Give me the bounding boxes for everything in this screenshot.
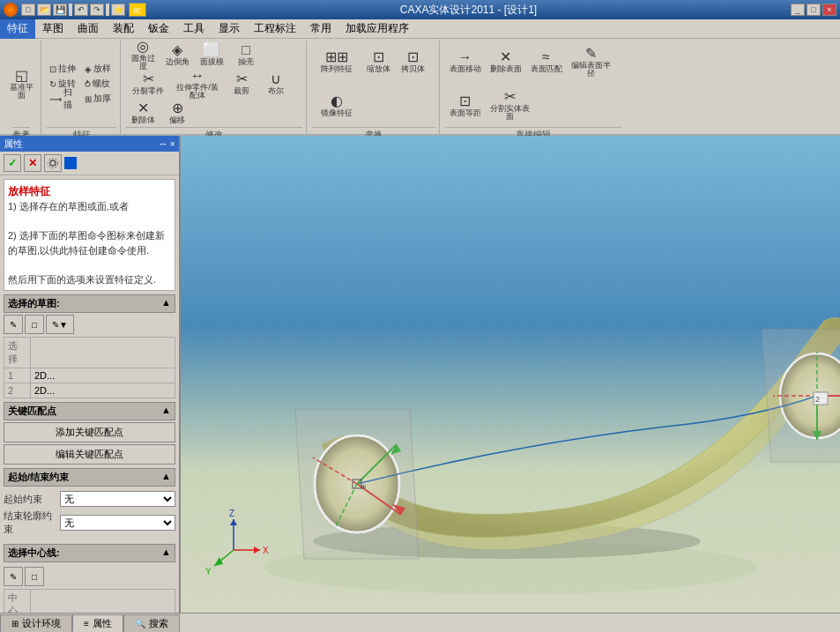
open-icon[interactable]: 📂 bbox=[37, 4, 51, 16]
shell-button[interactable]: □ 抽壳 bbox=[229, 41, 263, 69]
minimize-button[interactable]: _ bbox=[791, 4, 805, 16]
tE-label: tE bbox=[129, 3, 146, 17]
boolean-icon: ∪ bbox=[271, 72, 281, 86]
face-draft-icon: ⬜ bbox=[203, 43, 220, 57]
panel-title-bar: 属性 ↔ × bbox=[0, 136, 179, 152]
split-surface-icon: ✂ bbox=[504, 90, 516, 104]
delete-body-icon: ✕ bbox=[138, 101, 149, 115]
close-button[interactable]: × bbox=[822, 4, 836, 16]
window-controls[interactable]: _ □ × bbox=[791, 4, 836, 16]
offset-button[interactable]: ⊕ 偏移 bbox=[160, 99, 194, 127]
title-bar: □ 📂 💾 ↶ ↷ ⭐ tE CAXA实体设计2011 - [设计1] _ □ … bbox=[0, 0, 840, 19]
extrude-button[interactable]: ⊡拉伸 bbox=[47, 62, 81, 76]
menu-annotation[interactable]: 工程标注 bbox=[247, 19, 303, 39]
offset-surface-button[interactable]: ⊡ 表面等距 bbox=[445, 92, 485, 120]
constraint-title: 起始/结束约束 bbox=[8, 471, 69, 484]
sketch-dropdown-button[interactable]: ✎▼ bbox=[46, 315, 74, 334]
tab-search-label: 搜索 bbox=[149, 617, 168, 630]
menu-assembly[interactable]: 装配 bbox=[106, 19, 141, 39]
add-keymatch-button[interactable]: 添加关键匹配点 bbox=[4, 422, 175, 442]
panel-pin-icon[interactable]: ↔ bbox=[159, 138, 168, 149]
menu-common[interactable]: 常用 bbox=[303, 19, 338, 39]
constraint-collapse-icon: ▲ bbox=[161, 471, 171, 484]
keymatch-section-header[interactable]: 关键匹配点 ▲ bbox=[4, 402, 175, 420]
constraint-section-header[interactable]: 起始/结束约束 ▲ bbox=[4, 468, 175, 487]
star-icon[interactable]: ⭐ bbox=[111, 4, 125, 16]
delete-surface-icon: ✕ bbox=[500, 50, 511, 64]
menu-tools[interactable]: 工具 bbox=[176, 19, 212, 39]
menu-sheetmetal[interactable]: 钣金 bbox=[141, 19, 176, 39]
base-plane-button[interactable]: ◱ 基准平面 bbox=[5, 70, 37, 98]
sketch-row-1[interactable]: 1 2D... bbox=[4, 368, 175, 383]
menu-display[interactable]: 显示 bbox=[212, 19, 247, 39]
centerline-new-button[interactable]: □ bbox=[25, 567, 44, 586]
split-part-button[interactable]: ✂ 分裂零件 bbox=[126, 70, 170, 98]
edit-surface-button[interactable]: ✎ 编辑表面半径 bbox=[567, 48, 615, 76]
viewport[interactable]: ⊕ 2 Z bbox=[181, 136, 840, 613]
copy-button[interactable]: ⊡ 拷贝体 bbox=[396, 48, 429, 76]
sketch-collapse-icon: ▲ bbox=[161, 297, 171, 310]
toolbar-group-modify: ◎ 圆角过度 ◈ 边倒角 ⬜ 面拔模 □ 抽壳 ✂ 分裂零件 bbox=[123, 41, 307, 142]
end-constraint-select[interactable]: 无 bbox=[60, 515, 175, 531]
sketch-row-2[interactable]: 2 2D... bbox=[4, 383, 175, 398]
coord-system: Z X Y bbox=[205, 509, 269, 576]
title-bar-icons[interactable]: □ 📂 💾 ↶ ↷ ⭐ bbox=[21, 4, 125, 16]
fillet-button[interactable]: ◎ 圆角过度 bbox=[126, 41, 160, 69]
main-area: 属性 ↔ × ✓ ✕ 放样特征 1) 选择存在的草图或面,或者 bbox=[0, 136, 840, 613]
sketch-section-header[interactable]: 选择的草图: ▲ bbox=[4, 294, 175, 313]
undo-icon[interactable]: ↶ bbox=[74, 4, 88, 16]
left-sketch-plane bbox=[295, 409, 419, 559]
fillet-icon: ◎ bbox=[137, 40, 149, 54]
new-icon[interactable]: □ bbox=[21, 4, 35, 16]
centerline-label-row: 中心线 bbox=[4, 590, 175, 613]
boolean-button[interactable]: ∪ 布尔 bbox=[259, 70, 293, 98]
save-icon[interactable]: 💾 bbox=[53, 4, 67, 16]
z-label: Z bbox=[229, 509, 234, 518]
redo-icon[interactable]: ↷ bbox=[90, 4, 104, 16]
start-constraint-label: 起始约束 bbox=[4, 493, 56, 506]
desc-line-3: 然后用下面的选项来设置特征定义. bbox=[8, 272, 171, 287]
maximize-button[interactable]: □ bbox=[807, 4, 821, 16]
panel-close-icon[interactable]: × bbox=[170, 138, 175, 149]
move-surface-button[interactable]: → 表面移动 bbox=[445, 48, 485, 76]
delete-surface-button[interactable]: ✕ 删除表面 bbox=[486, 48, 525, 76]
face-draft-button[interactable]: ⬜ 面拔模 bbox=[195, 41, 228, 69]
sweep-button[interactable]: ⟿扫描 bbox=[47, 92, 81, 106]
match-surface-button[interactable]: ≈ 表面匹配 bbox=[526, 48, 566, 76]
chamfer-button[interactable]: ◈ 边倒角 bbox=[160, 41, 194, 69]
menu-plugins[interactable]: 加载应用程序 bbox=[338, 19, 416, 39]
edit-keymatch-button[interactable]: 编辑关键匹配点 bbox=[4, 444, 175, 465]
tab-properties-label: 属性 bbox=[93, 617, 112, 630]
menu-surface[interactable]: 曲面 bbox=[71, 19, 106, 39]
desc-line-1: 1) 选择存在的草图或面,或者 bbox=[8, 199, 171, 214]
centerline-section-header[interactable]: 选择中心线: ▲ bbox=[4, 544, 175, 562]
menu-bar: 特征 草图 曲面 装配 钣金 工具 显示 工程标注 常用 加载应用程序 bbox=[0, 19, 840, 39]
sketch-select-label: 选择 bbox=[4, 338, 31, 368]
tab-properties[interactable]: ≡ 属性 bbox=[72, 614, 123, 632]
sketch-section-title: 选择的草图: bbox=[8, 297, 60, 310]
trim-button[interactable]: ✂ 裁剪 bbox=[225, 70, 258, 98]
scale-button[interactable]: ⊡ 缩放体 bbox=[361, 48, 395, 76]
tab-search[interactable]: 🔍 搜索 bbox=[123, 614, 180, 632]
stretch-part-button[interactable]: ↔ 拉伸零件/装配体 bbox=[171, 70, 224, 98]
loft-button[interactable]: ◈放样 bbox=[82, 62, 116, 76]
sketch-edit-button[interactable]: ✎ bbox=[4, 315, 23, 334]
delete-body-button[interactable]: ✕ 删除体 bbox=[126, 99, 160, 127]
array-feature-button[interactable]: ⊞⊞ 阵列特征 bbox=[312, 48, 361, 76]
centerline-edit-button[interactable]: ✎ bbox=[4, 567, 23, 586]
thread-button[interactable]: ⥁螺纹 bbox=[82, 77, 116, 91]
split-surface-button[interactable]: ✂ 分割实体表面 bbox=[486, 92, 534, 120]
cancel-button[interactable]: ✕ bbox=[24, 154, 41, 172]
start-constraint-select[interactable]: 无 bbox=[60, 491, 175, 507]
menu-feature[interactable]: 特征 bbox=[0, 19, 35, 39]
thicken-button[interactable]: ⊞加厚 bbox=[82, 92, 116, 106]
settings-button[interactable] bbox=[44, 154, 62, 172]
menu-sketch[interactable]: 草图 bbox=[35, 19, 71, 39]
centerline-collapse-icon: ▲ bbox=[161, 546, 171, 560]
confirm-button[interactable]: ✓ bbox=[4, 154, 21, 172]
sketch-new-button[interactable]: □ bbox=[25, 315, 44, 334]
tab-design-env[interactable]: ⊞ 设计环境 bbox=[0, 614, 72, 632]
panel-title-icons[interactable]: ↔ × bbox=[159, 138, 175, 149]
svg-point-1 bbox=[48, 159, 58, 168]
mirror-feature-button[interactable]: ◐ 镜像特征 bbox=[312, 92, 361, 120]
